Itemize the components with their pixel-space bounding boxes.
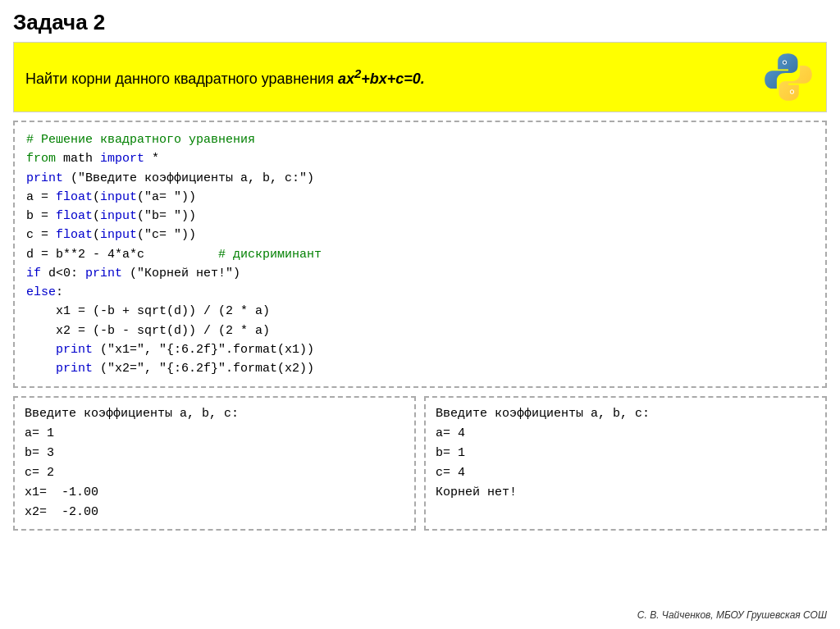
output2-line-5: Корней нет! (436, 483, 815, 503)
svg-point-3 (791, 90, 793, 93)
svg-point-1 (783, 61, 786, 63)
output1-line-2: a= 1 (25, 424, 404, 444)
output1-line-4: c= 2 (25, 463, 404, 483)
footer-credit: С. В. Чайченков, МБОУ Грушевская СОШ (637, 609, 827, 621)
output2-line-3: b= 1 (436, 444, 815, 463)
output1-line-5: x1= -1.00 (25, 483, 404, 503)
code-line-1: # Решение квадратного уравнения (26, 130, 814, 149)
page: Задача 2 Найти корни данного квадратного… (0, 0, 840, 629)
code-line-2: from math import * (26, 149, 814, 168)
code-line-7: d = b**2 - 4*a*c # дискриминант (26, 245, 814, 264)
code-line-10: x1 = (-b + sqrt(d)) / (2 * a) (26, 302, 814, 321)
code-line-9: else: (26, 283, 814, 302)
output2-line-4: c= 4 (436, 463, 815, 483)
output2-line-2: a= 4 (436, 424, 815, 444)
output1-line-6: x2= -2.00 (25, 503, 404, 522)
header-formula: ax2+bx+c=0. (338, 71, 425, 87)
code-line-8: if d<0: print ("Корней нет!") (26, 264, 814, 283)
header-text: Найти корни данного квадратного уравнени… (25, 66, 425, 88)
code-line-12: print ("x1=", "{:6.2f}".format(x1)) (26, 340, 814, 359)
output2-line-1: Введите коэффициенты a, b, c: (436, 404, 815, 424)
output-block-2: Введите коэффициенты a, b, c: a= 4 b= 1 … (424, 396, 827, 531)
python-logo-icon (762, 51, 815, 103)
code-line-3: print ("Введите коэффициенты a, b, c:") (26, 169, 814, 188)
output-row: Введите коэффициенты a, b, c: a= 1 b= 3 … (13, 396, 827, 531)
header-bar: Найти корни данного квадратного уравнени… (13, 42, 827, 112)
code-line-6: c = float(input("c= ")) (26, 226, 814, 244)
code-line-13: print ("x2=", "{:6.2f}".format(x2)) (26, 359, 814, 378)
output-block-1: Введите коэффициенты a, b, c: a= 1 b= 3 … (13, 396, 416, 531)
output1-line-1: Введите коэффициенты a, b, c: (25, 404, 404, 424)
output1-line-3: b= 3 (25, 444, 404, 463)
code-line-11: x2 = (-b - sqrt(d)) / (2 * a) (26, 321, 814, 340)
code-block: # Решение квадратного уравнения from mat… (13, 121, 827, 388)
code-line-4: a = float(input("a= ")) (26, 188, 814, 207)
page-title: Задача 2 (13, 10, 827, 35)
code-line-5: b = float(input("b= ")) (26, 207, 814, 226)
header-text-plain: Найти корни данного квадратного уравнени… (25, 71, 338, 87)
